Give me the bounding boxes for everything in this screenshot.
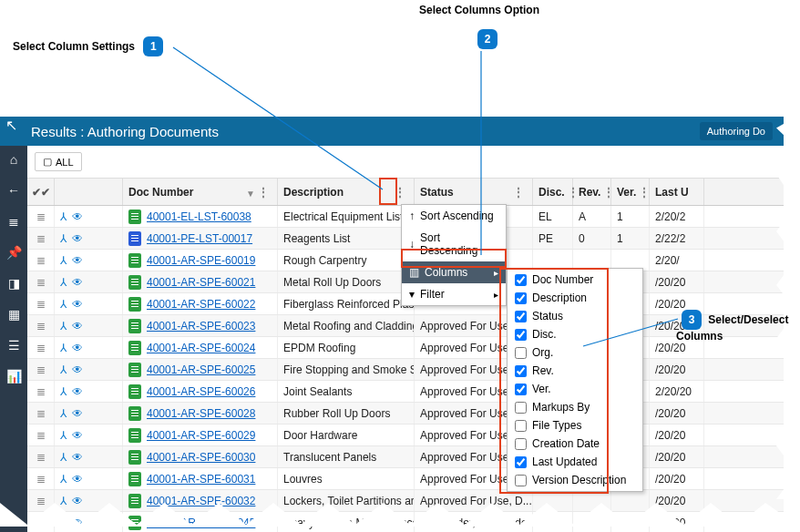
column-checkbox[interactable] [515, 384, 527, 395]
row-check[interactable]: ≣ [27, 403, 55, 424]
docnumber-link[interactable]: 40001-AR-SPE-60030 [147, 451, 255, 464]
tree-icon[interactable]: ⅄ [60, 363, 67, 376]
column-menu-icon[interactable]: ⋮ [257, 185, 270, 200]
docnumber-link[interactable]: 40001-EL-LST-60038 [147, 210, 251, 223]
row-check[interactable]: ≣ [27, 359, 55, 380]
docnumber-link[interactable]: 40001-AR-SPE-60029 [147, 429, 255, 442]
tree-icon[interactable]: ⅄ [60, 276, 67, 289]
checklist-item[interactable]: Status [508, 307, 642, 325]
tree-icon[interactable]: ⅄ [60, 451, 67, 464]
checklist-item[interactable]: Creation Date [508, 435, 642, 453]
column-checkbox[interactable] [515, 329, 527, 341]
col-lastupdated[interactable]: Last U [650, 179, 704, 205]
grid-icon[interactable]: ▦ [5, 306, 22, 322]
row-check[interactable]: ≣ [27, 468, 55, 489]
eye-icon[interactable]: 👁 [72, 276, 83, 289]
col-docnumber[interactable]: Doc Number ▼⋮ [123, 179, 278, 205]
eye-icon[interactable]: 👁 [72, 232, 83, 245]
column-checkbox[interactable] [515, 365, 527, 377]
docnumber-link[interactable]: 40001-AR-SPE-60023 [147, 320, 255, 332]
select-all-button[interactable]: ALL [35, 152, 82, 171]
column-checkbox[interactable] [515, 475, 527, 486]
column-menu-icon[interactable]: ⋮ [392, 185, 408, 200]
column-checkbox[interactable] [515, 420, 527, 432]
eye-icon[interactable]: 👁 [72, 429, 83, 442]
tasks-icon[interactable]: ☰ [5, 337, 22, 353]
docnumber-link[interactable]: 40001-AR-SPE-60019 [147, 254, 255, 267]
docnumber-link[interactable]: 40001-AR-SPE-60024 [147, 342, 255, 354]
row-check[interactable]: ≣ [27, 271, 55, 292]
table-row[interactable]: ≣⅄👁40001-AR-SPE-60031LouvresApproved For… [27, 468, 784, 490]
col-ver[interactable]: Ver.⋮ [611, 179, 650, 205]
eye-icon[interactable]: 👁 [72, 254, 83, 267]
row-check[interactable]: ≣ [27, 293, 55, 314]
eye-icon[interactable]: 👁 [72, 320, 83, 332]
eye-icon[interactable]: 👁 [72, 385, 83, 398]
sort-asc-item[interactable]: ↑Sort Ascending [402, 205, 506, 227]
checklist-item[interactable]: Doc Number [508, 271, 642, 289]
checklist-item[interactable]: Description [508, 289, 642, 307]
eye-icon[interactable]: 👁 [72, 407, 83, 420]
chart-icon[interactable]: 📊 [5, 368, 22, 384]
home-icon[interactable]: ⌂ [5, 151, 22, 168]
tree-icon[interactable]: ⅄ [60, 232, 67, 245]
row-check[interactable]: ≣ [27, 250, 55, 271]
tree-icon[interactable]: ⅄ [60, 473, 67, 486]
column-checkbox[interactable] [515, 311, 527, 322]
column-checkbox[interactable] [515, 347, 527, 359]
col-rev[interactable]: Rev.⋮ [573, 179, 611, 205]
eye-icon[interactable]: 👁 [72, 298, 83, 311]
checklist-item[interactable]: Org. [508, 343, 642, 362]
docnumber-link[interactable]: 40001-AR-SPE-60021 [147, 276, 255, 289]
row-check[interactable]: ≣ [27, 206, 55, 227]
checklist-item[interactable]: Ver. [508, 380, 642, 398]
row-check[interactable]: ≣ [27, 425, 55, 445]
row-check[interactable]: ≣ [27, 315, 55, 336]
table-row[interactable]: ≣⅄👁40001-AR-SPE-60024EPDM RoofingApprove… [27, 337, 784, 359]
checklist-item[interactable]: Markups By [508, 398, 642, 416]
checklist-item[interactable]: Last Updated [508, 453, 642, 471]
row-check[interactable]: ≣ [27, 337, 55, 358]
tree-icon[interactable]: ⅄ [60, 254, 67, 267]
col-disc[interactable]: Disc.⋮ [533, 179, 573, 205]
checklist-item[interactable]: Disc. [508, 325, 642, 343]
checklist-item[interactable]: Rev. [508, 362, 642, 380]
eye-icon[interactable]: 👁 [72, 473, 83, 486]
tree-icon[interactable]: ⅄ [60, 429, 67, 442]
docnumber-link[interactable]: 40001-AR-SPE-60026 [147, 385, 255, 398]
tree-icon[interactable]: ⅄ [60, 210, 67, 223]
col-description[interactable]: Description ⋮ [278, 179, 415, 205]
column-checkbox[interactable] [515, 292, 527, 304]
checklist-item[interactable]: File Types [508, 416, 642, 435]
column-checkbox[interactable] [515, 438, 527, 450]
tree-icon[interactable]: ⅄ [60, 298, 67, 311]
tree-icon[interactable]: ⅄ [60, 342, 67, 354]
eye-icon[interactable]: 👁 [72, 451, 83, 464]
list-icon[interactable]: ≣ [5, 213, 22, 230]
table-row[interactable]: ≣⅄👁40001-AR-SPE-60028Rubber Roll Up Door… [27, 403, 784, 425]
eye-icon[interactable]: 👁 [72, 363, 83, 376]
pin-icon[interactable]: 📌 [5, 244, 22, 261]
docnumber-link[interactable]: 40001-PE-LST-00017 [147, 232, 252, 245]
table-row[interactable]: ≣⅄👁40001-AR-SPE-60029Door HardwareApprov… [27, 425, 784, 446]
filter-item[interactable]: ▾Filter▸ [402, 283, 506, 305]
checklist-item[interactable]: Version Description [508, 471, 642, 489]
back-icon[interactable]: ← [5, 182, 22, 199]
table-row[interactable]: ≣⅄👁40001-AR-SPE-60026Joint SealantsAppro… [27, 381, 784, 403]
tree-icon[interactable]: ⅄ [60, 320, 67, 332]
authoring-button[interactable]: Authoring Do [700, 122, 773, 140]
row-check[interactable]: ≣ [27, 446, 55, 467]
tree-icon[interactable]: ⅄ [60, 407, 67, 420]
filter-icon[interactable]: ▼ [246, 189, 255, 199]
col-status[interactable]: Status ⋮ [415, 179, 533, 205]
table-row[interactable]: ≣⅄👁40001-AR-SPE-60030Translucent PanelsA… [27, 446, 784, 468]
row-check[interactable]: ≣ [27, 381, 55, 402]
docnumber-link[interactable]: 40001-AR-SPE-60022 [147, 298, 255, 311]
col-checkmark[interactable]: ✔✔ [27, 179, 55, 205]
eye-icon[interactable]: 👁 [72, 210, 83, 223]
docnumber-link[interactable]: 40001-AR-SPE-60025 [147, 363, 255, 376]
column-checkbox[interactable] [515, 274, 527, 286]
docnumber-link[interactable]: 40001-AR-SPE-60031 [147, 473, 255, 486]
inbox-icon[interactable]: ◨ [5, 275, 22, 292]
row-check[interactable]: ≣ [27, 228, 55, 249]
